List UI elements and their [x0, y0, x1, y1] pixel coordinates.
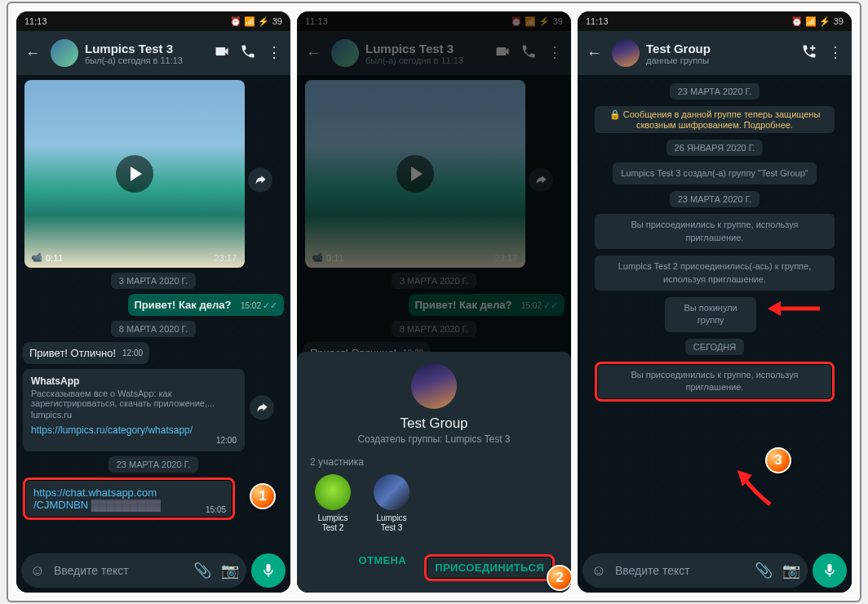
header-actions: ⋮: [210, 43, 286, 64]
date-chip: 8 МАРТА 2020 Г.: [111, 321, 196, 337]
panels-container: 11:13 ⏰ 📶 ⚡ 39 ← Lumpics Test 3 был(-а) …: [7, 2, 861, 602]
attach-icon[interactable]: 📎: [752, 562, 775, 580]
input-row: ☺ Введите текст 📎 📷: [16, 548, 290, 593]
message-time: 12:00: [122, 349, 143, 358]
member-count: 2 участника: [310, 456, 561, 468]
date-chip: 23 МАРТА 2020 Г.: [670, 191, 760, 207]
group-creator: Создатель группы: Lumpics Test 3: [307, 433, 561, 445]
member-name: Lumpics Test 3: [369, 513, 414, 533]
step-badge-3: 3: [765, 447, 791, 473]
member-avatar: [315, 474, 351, 510]
contact-avatar[interactable]: [51, 39, 78, 67]
system-message-joined: Вы присоединились к группе, используя пр…: [595, 362, 835, 402]
system-message: Lumpics Test 2 присоединились(-ась) к гр…: [595, 255, 835, 291]
video-message[interactable]: 📹 0:11 23:17: [24, 80, 245, 268]
preview-description: Рассказываем все о WatsApp: как зарегист…: [31, 389, 237, 408]
link-preview-card[interactable]: WhatsApp Рассказываем все о WatsApp: как…: [23, 369, 245, 451]
message-input[interactable]: ☺ Введите текст 📎 📷: [582, 553, 808, 588]
video-timestamp: 23:17: [214, 253, 237, 263]
status-bar: 11:13 ⏰ 📶 ⚡ 39: [578, 11, 852, 31]
member-avatar: [374, 474, 410, 510]
input-placeholder: Введите текст: [54, 564, 186, 577]
member-item[interactable]: Lumpics Test 3: [369, 474, 414, 533]
group-subtitle: данные группы: [646, 56, 791, 65]
message-text: Привет! Как дела?: [135, 299, 232, 311]
phone-panel-2: 11:13 ⏰ 📶 ⚡ 39 ← Lumpics Test 3 был(-а) …: [297, 11, 571, 593]
header-titles[interactable]: Test Group данные группы: [646, 42, 791, 65]
cancel-button[interactable]: ОТМЕНА: [358, 554, 406, 581]
sheet-buttons: ОТМЕНА ПРИСОЕДИНИТЬСЯ: [307, 554, 561, 584]
member-item[interactable]: Lumpics Test 2: [310, 474, 356, 533]
message-time: 15:05: [206, 505, 226, 514]
more-icon[interactable]: ⋮: [824, 43, 847, 64]
preview-domain: lumpics.ru: [31, 410, 237, 420]
video-duration: 📹 0:11: [31, 252, 63, 263]
header-actions: ⋮: [798, 43, 847, 64]
member-name: Lumpics Test 2: [310, 513, 356, 533]
invite-link-line1: https://chat.whatsapp.com: [33, 486, 157, 499]
chat-header: ← Lumpics Test 3 был(-а) сегодня в 11:13…: [16, 31, 290, 75]
mic-button[interactable]: [251, 553, 286, 588]
date-chip: 3 МАРТА 2020 Г.: [111, 273, 196, 289]
status-bar: 11:13 ⏰ 📶 ⚡ 39: [16, 11, 290, 31]
voice-call-icon[interactable]: [237, 43, 259, 64]
annotation-arrow: [768, 299, 822, 318]
play-button-icon[interactable]: [116, 155, 153, 193]
mic-button[interactable]: [813, 553, 847, 588]
date-chip: 26 ЯНВАРЯ 2020 Г.: [666, 140, 764, 156]
annotation-arrow: [733, 467, 778, 506]
emoji-icon[interactable]: ☺: [587, 562, 610, 580]
group-title: Test Group: [307, 415, 561, 432]
system-message: Вы присоединились к группе, используя пр…: [595, 214, 835, 249]
forward-icon[interactable]: [248, 168, 272, 193]
join-group-sheet: Test Group Создатель группы: Lumpics Tes…: [297, 352, 571, 593]
back-icon[interactable]: ←: [582, 45, 605, 62]
group-avatar: [411, 363, 457, 409]
preview-title: WhatsApp: [31, 375, 237, 387]
outgoing-message[interactable]: Привет! Как дела? 15:02 ✓✓: [128, 294, 284, 316]
system-message-left: Вы покинули группу: [665, 297, 756, 332]
encryption-notice[interactable]: 🔒 Сообщения в данной группе теперь защищ…: [595, 106, 835, 133]
attach-icon[interactable]: 📎: [191, 562, 214, 580]
header-titles[interactable]: Lumpics Test 3 был(-а) сегодня в 11:13: [85, 42, 204, 65]
chat-body[interactable]: 📹 0:11 23:17 3 МАРТА 2020 Г. Привет! Как…: [16, 75, 290, 593]
message-input[interactable]: ☺ Введите текст 📎 📷: [21, 553, 246, 588]
invite-link-message[interactable]: https://chat.whatsapp.com /CJMDNBN ▓▓▓▓▓…: [23, 477, 235, 520]
preview-link[interactable]: https://lumpics.ru/category/whatsapp/: [31, 424, 237, 436]
back-icon[interactable]: ←: [21, 45, 44, 62]
more-icon[interactable]: ⋮: [263, 43, 286, 64]
chat-header: ← Test Group данные группы ⋮: [578, 31, 852, 75]
forward-icon[interactable]: [250, 396, 274, 420]
chat-body[interactable]: 23 МАРТА 2020 Г. 🔒 Сообщения в данной гр…: [578, 75, 852, 593]
input-row: ☺ Введите текст 📎 📷: [578, 548, 852, 593]
group-avatar[interactable]: [612, 39, 640, 67]
phone-panel-3: 11:13 ⏰ 📶 ⚡ 39 ← Test Group данные групп…: [578, 11, 852, 593]
input-placeholder: Введите текст: [615, 564, 747, 577]
video-call-icon[interactable]: [210, 43, 233, 64]
date-chip: СЕГОДНЯ: [685, 339, 744, 355]
step-badge-2: 2: [547, 565, 571, 591]
camera-icon[interactable]: 📷: [219, 562, 241, 580]
contact-name: Lumpics Test 3: [85, 42, 204, 56]
message-time: 12:00: [216, 436, 237, 445]
camera-icon[interactable]: 📷: [780, 562, 803, 580]
date-chip: 23 МАРТА 2020 Г.: [670, 83, 760, 100]
message-time: 15:02 ✓✓: [241, 300, 277, 311]
message-text: Привет! Отлично!: [29, 347, 116, 359]
status-icons: ⏰ 📶 ⚡ 39: [791, 16, 844, 27]
join-button[interactable]: ПРИСОЕДИНИТЬСЯ: [424, 554, 555, 581]
step-badge-1: 1: [250, 483, 276, 509]
video-thumbnail[interactable]: 📹 0:11 23:17: [24, 80, 245, 268]
status-icons: ⏰ 📶 ⚡ 39: [230, 16, 282, 27]
status-time: 11:13: [24, 16, 47, 26]
system-message: Lumpics Test 3 создал(-а) группу "Test G…: [613, 162, 816, 184]
status-time: 11:13: [586, 16, 609, 26]
add-call-icon[interactable]: [798, 43, 821, 64]
emoji-icon[interactable]: ☺: [26, 562, 49, 580]
group-name: Test Group: [646, 42, 791, 56]
incoming-message[interactable]: Привет! Отлично! 12:00: [23, 342, 149, 364]
date-chip: 23 МАРТА 2020 Г.: [108, 456, 199, 473]
invite-link-line2: /CJMDNBN: [33, 499, 88, 511]
last-seen: был(-а) сегодня в 11:13: [85, 56, 204, 65]
phone-panel-1: 11:13 ⏰ 📶 ⚡ 39 ← Lumpics Test 3 был(-а) …: [16, 11, 290, 593]
